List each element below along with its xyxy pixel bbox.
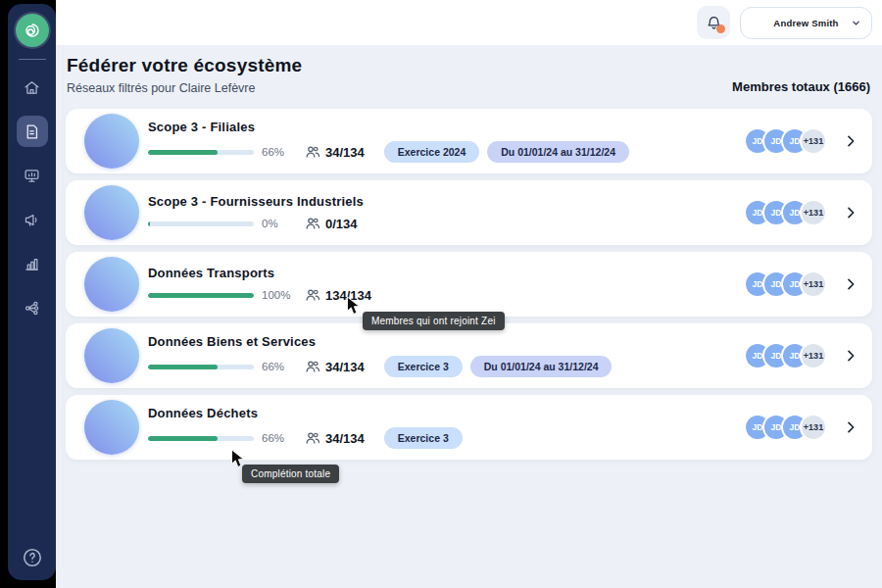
network-title: Scope 3 - Fournisseurs Industriels xyxy=(148,194,377,209)
progress-percent: 100% xyxy=(262,289,297,301)
progress-fill xyxy=(148,365,218,369)
network-card[interactable]: Scope 3 - Filiales 66% 34/134 Exercice 2… xyxy=(66,109,872,173)
members-total-label: Membres totaux (1666) xyxy=(732,79,870,95)
card-meta-row: 66% 34/134 Exercice 3Du 01/01/24 au 31/1… xyxy=(148,356,612,377)
network-title: Données Biens et Services xyxy=(148,334,612,349)
members-count: 34/134 xyxy=(325,360,365,374)
card-body: Scope 3 - Filiales 66% 34/134 Exercice 2… xyxy=(148,120,629,163)
cursor-pointer xyxy=(230,449,248,469)
document-icon xyxy=(24,123,40,140)
sidebar-item-help[interactable] xyxy=(22,547,43,568)
app-logo[interactable] xyxy=(16,14,49,47)
monitor-chart-icon xyxy=(24,168,40,184)
progress-percent: 66% xyxy=(262,146,297,158)
user-menu[interactable]: Andrew Smith xyxy=(740,7,872,39)
network-card-list: Scope 3 - Filiales 66% 34/134 Exercice 2… xyxy=(66,109,872,460)
open-network-button[interactable] xyxy=(843,419,858,435)
chevron-right-icon xyxy=(843,419,858,435)
users-icon xyxy=(305,359,320,374)
main-content: Andrew Smith Fédérer votre écosystème Ré… xyxy=(56,0,882,588)
cursor-pointer xyxy=(346,296,364,317)
card-body: Scope 3 - Fournisseurs Industriels 0% 0/… xyxy=(148,194,377,231)
card-meta-row: 66% 34/134 Exercice 3 xyxy=(148,427,463,449)
open-network-button[interactable] xyxy=(843,133,858,149)
user-name: Andrew Smith xyxy=(773,18,838,28)
tooltip-completion: Complétion totale xyxy=(242,465,339,483)
sidebar-item-announcements[interactable] xyxy=(17,204,48,235)
sidebar-item-documents[interactable] xyxy=(17,116,48,147)
card-right: JDJDJD+131 xyxy=(744,199,872,226)
bar-chart-icon xyxy=(24,256,40,272)
home-icon xyxy=(24,79,40,96)
megaphone-icon xyxy=(24,212,40,228)
member-count-more: +131 xyxy=(800,270,827,298)
users-icon xyxy=(305,144,320,160)
sidebar-item-home[interactable] xyxy=(17,72,48,103)
badge: Exercice 3 xyxy=(384,356,463,377)
chevron-right-icon xyxy=(843,276,858,292)
sidebar-item-statistics[interactable] xyxy=(17,248,48,279)
members-count: 0/134 xyxy=(325,217,358,231)
sidebar xyxy=(8,4,56,580)
network-card[interactable]: Données Biens et Services 66% 34/134 Exe… xyxy=(66,323,872,388)
members-count: 34/134 xyxy=(325,145,365,160)
progress-bar xyxy=(148,365,254,369)
card-right: JDJDJD+131 xyxy=(744,342,872,369)
progress-bar xyxy=(148,293,254,298)
chevron-right-icon xyxy=(843,205,858,220)
network-share-icon xyxy=(24,300,40,317)
progress-fill xyxy=(148,436,218,441)
users-icon xyxy=(305,216,320,231)
help-icon xyxy=(22,547,43,568)
members-count: 34/134 xyxy=(325,431,365,446)
network-card[interactable]: Données Déchets 66% 34/134 Exercice 3 JD… xyxy=(66,395,872,460)
avatar-stack: JDJDJD+131 xyxy=(744,127,827,155)
page-title: Fédérer votre écosystème xyxy=(67,55,302,76)
sidebar-item-network[interactable] xyxy=(17,292,48,323)
badge: Du 01/01/24 au 31/12/24 xyxy=(487,141,629,163)
notifications-button[interactable] xyxy=(697,6,730,39)
badge-group: Exercice 2024Du 01/01/24 au 31/12/24 xyxy=(384,141,629,163)
notification-badge xyxy=(716,24,725,33)
page-subtitle: Réseaux filtrés pour Claire Lefèvre xyxy=(67,81,302,95)
avatar-stack: JDJDJD+131 xyxy=(744,270,827,298)
open-network-button[interactable] xyxy=(843,276,858,292)
chevron-right-icon xyxy=(843,348,858,364)
network-card[interactable]: Données Transports 100% 134/134 JDJDJD+1… xyxy=(66,252,872,317)
tooltip-members-joined: Membres qui ont rejoint Zei xyxy=(363,312,505,330)
topbar: Andrew Smith xyxy=(56,0,882,45)
progress-bar xyxy=(148,221,254,226)
page-header-left: Fédérer votre écosystème Réseaux filtrés… xyxy=(67,55,302,95)
member-count-more: +131 xyxy=(800,414,827,441)
sidebar-item-dashboard[interactable] xyxy=(17,160,48,191)
badge: Exercice 2024 xyxy=(384,141,479,163)
sidebar-nav xyxy=(17,72,48,323)
member-count-more: +131 xyxy=(800,199,827,226)
badge: Du 01/01/24 au 31/12/24 xyxy=(470,356,612,377)
member-count-more: +131 xyxy=(800,342,827,369)
sidebar-divider xyxy=(19,59,46,60)
badge-group: Exercice 3Du 01/01/24 au 31/12/24 xyxy=(384,356,612,377)
card-meta-row: 0% 0/134 xyxy=(148,216,377,231)
page-header: Fédérer votre écosystème Réseaux filtrés… xyxy=(56,45,882,95)
users-icon xyxy=(305,287,320,303)
open-network-button[interactable] xyxy=(843,348,858,364)
progress-percent: 66% xyxy=(262,432,297,444)
member-count-more: +131 xyxy=(800,127,827,155)
network-title: Données Déchets xyxy=(148,406,463,420)
network-title: Scope 3 - Filiales xyxy=(148,120,629,134)
progress-percent: 66% xyxy=(262,361,297,372)
organization-avatar xyxy=(84,185,139,240)
avatar-stack: JDJDJD+131 xyxy=(744,199,827,226)
network-card[interactable]: Scope 3 - Fournisseurs Industriels 0% 0/… xyxy=(66,180,872,245)
organization-avatar xyxy=(84,328,139,383)
open-network-button[interactable] xyxy=(843,205,858,220)
progress-fill xyxy=(148,150,218,155)
card-meta-row: 66% 34/134 Exercice 2024Du 01/01/24 au 3… xyxy=(148,141,629,163)
card-right: JDJDJD+131 xyxy=(744,414,872,441)
chevron-down-icon xyxy=(851,18,861,28)
progress-fill xyxy=(148,293,254,298)
badge-group: Exercice 3 xyxy=(384,427,463,449)
card-body: Données Biens et Services 66% 34/134 Exe… xyxy=(148,334,612,377)
users-icon xyxy=(305,430,320,446)
